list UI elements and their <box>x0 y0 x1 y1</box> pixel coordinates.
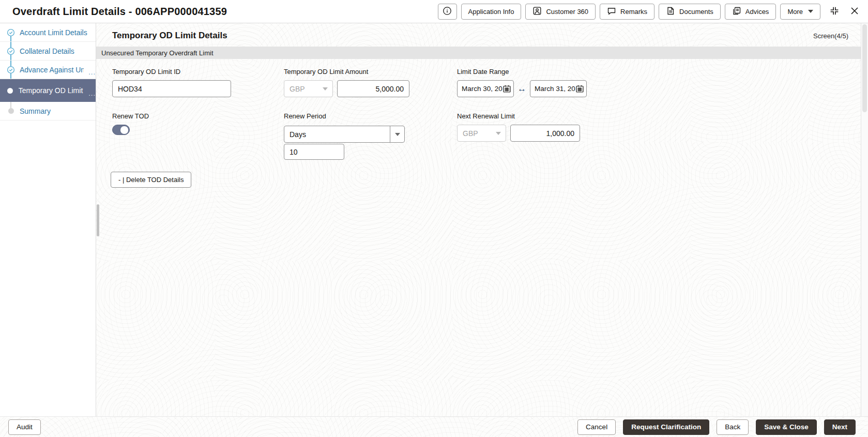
limit-date-range-label: Limit Date Range <box>457 68 848 76</box>
main-header: Temporary OD Limit Details Screen(4/5) <box>96 23 861 47</box>
section-title: Unsecured Temporary Overdraft Limit <box>101 49 214 57</box>
renew-tod-toggle[interactable] <box>112 125 130 135</box>
chevron-down-icon <box>395 133 400 136</box>
info-icon <box>443 6 452 17</box>
customer-360-button[interactable]: Customer 360 <box>525 4 596 20</box>
application-info-label: Application Info <box>468 8 514 16</box>
calendar-icon[interactable] <box>575 84 584 93</box>
check-circle-icon <box>7 66 15 74</box>
collapse-icon <box>829 5 840 18</box>
calendar-icon[interactable] <box>502 84 511 93</box>
step-label: Collateral Details <box>20 47 74 55</box>
footer-bar: Audit Cancel Request Clarification Back … <box>0 416 868 437</box>
window-title: Overdraft Limit Details - 006APP00004135… <box>12 6 227 18</box>
sidebar-item-temporary-od-limit-details[interactable]: Temporary OD Limit De ... <box>0 79 96 102</box>
currency-value: GBP <box>458 129 491 138</box>
step-label: Temporary OD Limit De <box>19 86 84 95</box>
body: Account Limit Details Collateral Details <box>0 23 868 416</box>
truncation-ellipsis: ... <box>88 68 96 76</box>
tod-amount-input[interactable] <box>337 80 409 97</box>
currency-value: GBP <box>284 85 318 93</box>
back-button[interactable]: Back <box>717 419 749 435</box>
check-circle-icon <box>7 47 15 55</box>
check-circle-icon <box>7 28 15 37</box>
renew-tod-label: Renew TOD <box>112 112 284 120</box>
field-tod-limit-amount: Temporary OD Limit Amount GBP <box>284 68 457 97</box>
more-button[interactable]: More <box>780 4 820 20</box>
renew-period-value-input[interactable] <box>284 144 344 160</box>
upcoming-step-dot <box>7 107 15 115</box>
save-close-button[interactable]: Save & Close <box>756 419 817 435</box>
remarks-label: Remarks <box>620 8 647 16</box>
limit-start-date-input[interactable] <box>462 85 502 93</box>
advices-button[interactable]: Advices <box>725 4 776 20</box>
remarks-button[interactable]: Remarks <box>600 4 654 20</box>
request-clarification-button[interactable]: Request Clarification <box>623 419 709 435</box>
customer-icon <box>532 6 542 17</box>
truncation-ellipsis: ... <box>88 89 96 97</box>
sidebar-item-account-limit-details[interactable]: Account Limit Details <box>0 23 96 42</box>
chevron-down-icon <box>323 87 328 91</box>
screen-indicator: Screen(4/5) <box>813 32 848 40</box>
scrollbar-thumb[interactable] <box>862 24 867 112</box>
renew-period-label: Renew Period <box>284 112 326 120</box>
delete-tod-details-button[interactable]: - | Delete TOD Details <box>111 172 191 188</box>
application-window: Overdraft Limit Details - 006APP00004135… <box>0 0 868 437</box>
renew-period-unit-value: Days <box>284 130 390 139</box>
cancel-button[interactable]: Cancel <box>577 419 616 435</box>
step-label: Summary <box>20 107 51 115</box>
customer-360-label: Customer 360 <box>546 8 588 16</box>
top-toolbar: Application Info Customer 360 <box>438 4 861 20</box>
renew-period-unit-select[interactable]: Days <box>284 126 405 143</box>
vertical-scrollbar[interactable] <box>861 23 868 416</box>
tod-limit-id-label: Temporary OD Limit ID <box>112 68 284 76</box>
field-next-renewal-limit: Next Renewal Limit GBP <box>457 112 848 142</box>
more-label: More <box>787 8 803 16</box>
step-label: Account Limit Details <box>20 28 87 37</box>
limit-start-date <box>457 80 514 97</box>
advices-icon <box>732 6 741 17</box>
tod-form: Temporary OD Limit ID Temporary OD Limit… <box>96 59 861 160</box>
sidebar-item-advance-against-uncollected[interactable]: Advance Against Uncoll ... <box>0 61 96 79</box>
field-renew-period: Renew Period Days <box>284 112 457 160</box>
footer-actions: Cancel Request Clarification Back Save &… <box>577 419 856 435</box>
next-renewal-amount-input[interactable] <box>510 125 580 142</box>
toggle-knob <box>120 126 128 134</box>
next-button[interactable]: Next <box>824 419 856 435</box>
sidebar-item-collateral-details[interactable]: Collateral Details <box>0 42 96 61</box>
chevron-down-icon <box>808 10 813 13</box>
limit-end-date-input[interactable] <box>535 85 575 93</box>
limit-end-date <box>530 80 587 97</box>
documents-icon <box>666 6 675 17</box>
next-renewal-currency-select: GBP <box>457 125 506 142</box>
tod-limit-amount-label: Temporary OD Limit Amount <box>284 68 457 76</box>
field-renew-tod: Renew TOD <box>112 112 284 135</box>
active-step-dot <box>7 86 14 95</box>
remarks-icon <box>607 6 616 17</box>
main-panel: Temporary OD Limit Details Screen(4/5) U… <box>96 23 861 416</box>
audit-button[interactable]: Audit <box>8 419 41 435</box>
advices-label: Advices <box>745 8 769 16</box>
next-renewal-limit-label: Next Renewal Limit <box>457 112 848 120</box>
section-header: Unsecured Temporary Overdraft Limit <box>96 47 861 59</box>
sidebar-resize-handle[interactable] <box>97 204 99 236</box>
screen-title: Temporary OD Limit Details <box>112 31 227 41</box>
sidebar-item-summary[interactable]: Summary <box>0 102 96 120</box>
close-icon <box>849 6 860 18</box>
documents-button[interactable]: Documents <box>659 4 721 20</box>
chevron-down-icon <box>496 132 501 135</box>
wizard-sidebar: Account Limit Details Collateral Details <box>0 23 96 416</box>
field-tod-limit-id: Temporary OD Limit ID <box>112 68 284 97</box>
top-bar: Overdraft Limit Details - 006APP00004135… <box>0 0 868 23</box>
application-info-button[interactable]: Application Info <box>461 4 522 20</box>
field-limit-date-range: Limit Date Range <box>457 68 848 97</box>
step-label: Advance Against Uncoll <box>20 66 84 74</box>
date-range-arrow: ↔ <box>516 84 528 94</box>
documents-label: Documents <box>679 8 713 16</box>
tod-limit-id-input[interactable] <box>112 80 231 97</box>
tod-amount-currency-select: GBP <box>284 80 333 97</box>
info-button[interactable] <box>438 4 457 20</box>
collapse-button[interactable] <box>828 4 841 19</box>
close-button[interactable] <box>848 5 861 19</box>
